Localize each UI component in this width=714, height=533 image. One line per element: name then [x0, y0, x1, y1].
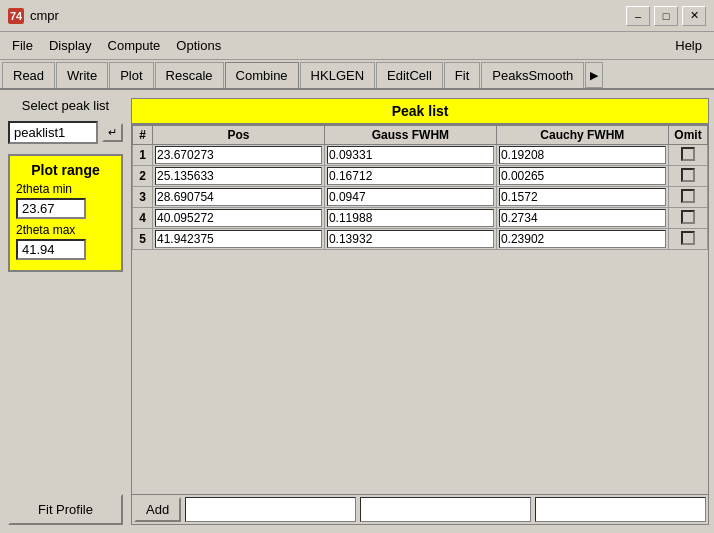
menu-help[interactable]: Help: [667, 36, 710, 55]
tab-peakssmooth[interactable]: PeaksSmooth: [481, 62, 584, 88]
close-button[interactable]: ✕: [682, 6, 706, 26]
tab-write[interactable]: Write: [56, 62, 108, 88]
row-cauchy-3[interactable]: [496, 187, 668, 208]
menu-options[interactable]: Options: [168, 36, 229, 55]
col-omit: Omit: [668, 126, 707, 145]
row-cauchy-5[interactable]: [496, 229, 668, 250]
add-button[interactable]: Add: [134, 497, 181, 522]
2theta-min-input[interactable]: [16, 198, 86, 219]
row-gauss-2[interactable]: [324, 166, 496, 187]
omit-checkbox-1[interactable]: [681, 147, 695, 161]
row-cauchy-2[interactable]: [496, 166, 668, 187]
omit-checkbox-4[interactable]: [681, 210, 695, 224]
tab-fit[interactable]: Fit: [444, 62, 480, 88]
app-icon: 74: [8, 8, 24, 24]
title-bar: 74 cmpr – □ ✕: [0, 0, 714, 32]
col-cauchy: Cauchy FWHM: [496, 126, 668, 145]
gauss-input-1[interactable]: [327, 146, 494, 164]
row-cauchy-1[interactable]: [496, 145, 668, 166]
2theta-max-label: 2theta max: [16, 223, 115, 237]
tab-rescale[interactable]: Rescale: [155, 62, 224, 88]
pos-input-3[interactable]: [155, 188, 322, 206]
col-num: #: [133, 126, 153, 145]
row-cauchy-4[interactable]: [496, 208, 668, 229]
main-content: Select peak list ↵ Plot range 2theta min…: [0, 90, 714, 533]
peak-list-enter-button[interactable]: ↵: [102, 123, 123, 142]
row-gauss-5[interactable]: [324, 229, 496, 250]
row-num-1: 1: [133, 145, 153, 166]
peak-list-selector: ↵: [8, 121, 123, 144]
select-peak-label: Select peak list: [8, 98, 123, 113]
window-title: cmpr: [30, 8, 626, 23]
row-gauss-3[interactable]: [324, 187, 496, 208]
peak-list-header: Peak list: [131, 98, 709, 124]
row-pos-1[interactable]: [153, 145, 325, 166]
pos-input-4[interactable]: [155, 209, 322, 227]
fit-profile-button[interactable]: Fit Profile: [8, 494, 123, 525]
row-omit-5[interactable]: [668, 229, 707, 250]
row-omit-4[interactable]: [668, 208, 707, 229]
add-extra-input-1[interactable]: [185, 497, 356, 522]
cauchy-input-4[interactable]: [499, 209, 666, 227]
cauchy-input-2[interactable]: [499, 167, 666, 185]
menu-bar: File Display Compute Options Help: [0, 32, 714, 60]
tab-more-button[interactable]: ▶: [585, 62, 603, 88]
plot-range-box: Plot range 2theta min 2theta max: [8, 154, 123, 272]
col-gauss: Gauss FWHM: [324, 126, 496, 145]
tab-read[interactable]: Read: [2, 62, 55, 88]
row-omit-2[interactable]: [668, 166, 707, 187]
minimize-button[interactable]: –: [626, 6, 650, 26]
add-extra-input-2[interactable]: [360, 497, 531, 522]
2theta-max-input[interactable]: [16, 239, 86, 260]
gauss-input-3[interactable]: [327, 188, 494, 206]
menu-file[interactable]: File: [4, 36, 41, 55]
peak-table: # Pos Gauss FWHM Cauchy FWHM Omit 1 2 3: [132, 125, 708, 250]
pos-input-5[interactable]: [155, 230, 322, 248]
table-row: 5: [133, 229, 708, 250]
row-omit-1[interactable]: [668, 145, 707, 166]
row-pos-2[interactable]: [153, 166, 325, 187]
table-row: 1: [133, 145, 708, 166]
row-num-3: 3: [133, 187, 153, 208]
tab-plot[interactable]: Plot: [109, 62, 153, 88]
pos-input-2[interactable]: [155, 167, 322, 185]
gauss-input-2[interactable]: [327, 167, 494, 185]
row-num-5: 5: [133, 229, 153, 250]
center-panel: Peak list # Pos Gauss FWHM Cauchy FWHM O…: [131, 98, 709, 525]
add-row: Add: [131, 495, 709, 525]
tab-hklgen[interactable]: HKLGEN: [300, 62, 375, 88]
row-pos-5[interactable]: [153, 229, 325, 250]
add-extra-input-3[interactable]: [535, 497, 706, 522]
row-omit-3[interactable]: [668, 187, 707, 208]
peak-table-container: # Pos Gauss FWHM Cauchy FWHM Omit 1 2 3: [131, 124, 709, 495]
table-row: 4: [133, 208, 708, 229]
gauss-input-4[interactable]: [327, 209, 494, 227]
toolbar: Read Write Plot Rescale Combine HKLGEN E…: [0, 60, 714, 90]
row-num-2: 2: [133, 166, 153, 187]
omit-checkbox-3[interactable]: [681, 189, 695, 203]
row-gauss-4[interactable]: [324, 208, 496, 229]
menu-display[interactable]: Display: [41, 36, 100, 55]
omit-checkbox-2[interactable]: [681, 168, 695, 182]
menu-compute[interactable]: Compute: [100, 36, 169, 55]
table-row: 3: [133, 187, 708, 208]
gauss-input-5[interactable]: [327, 230, 494, 248]
left-panel: Select peak list ↵ Plot range 2theta min…: [8, 98, 123, 525]
row-pos-3[interactable]: [153, 187, 325, 208]
cauchy-input-1[interactable]: [499, 146, 666, 164]
row-pos-4[interactable]: [153, 208, 325, 229]
col-pos: Pos: [153, 126, 325, 145]
tab-combine[interactable]: Combine: [225, 62, 299, 88]
omit-checkbox-5[interactable]: [681, 231, 695, 245]
plot-range-title: Plot range: [16, 162, 115, 178]
maximize-button[interactable]: □: [654, 6, 678, 26]
pos-input-1[interactable]: [155, 146, 322, 164]
table-row: 2: [133, 166, 708, 187]
peak-list-input[interactable]: [8, 121, 98, 144]
cauchy-input-5[interactable]: [499, 230, 666, 248]
tab-editcell[interactable]: EditCell: [376, 62, 443, 88]
row-gauss-1[interactable]: [324, 145, 496, 166]
window-controls: – □ ✕: [626, 6, 706, 26]
cauchy-input-3[interactable]: [499, 188, 666, 206]
row-num-4: 4: [133, 208, 153, 229]
